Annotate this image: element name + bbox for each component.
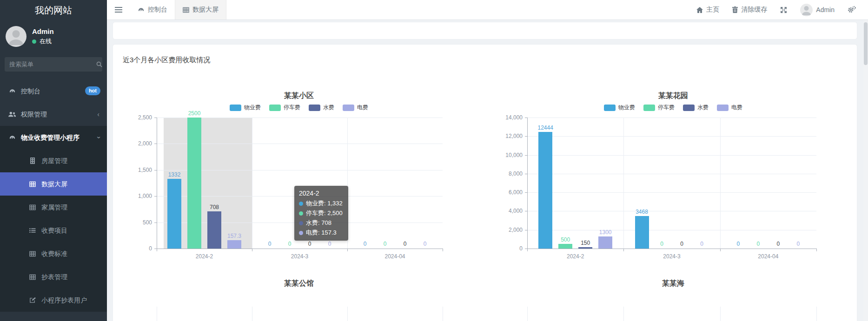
- legend-item-电费[interactable]: 电费: [717, 104, 742, 111]
- user-menu[interactable]: Admin: [794, 0, 841, 20]
- list-icon: [29, 228, 36, 233]
- y-axis-tick: [525, 249, 527, 249]
- gridline-vertical: [527, 307, 528, 321]
- legend-item-电费[interactable]: 电费: [343, 104, 368, 111]
- x-axis-label: 2024-3: [252, 253, 347, 260]
- gridline-vertical: [157, 307, 157, 321]
- sidebar-item-fee-standards[interactable]: 收费标准: [0, 242, 107, 265]
- chevron-down-icon: ‹: [87, 137, 110, 139]
- tooltip-row: 电费: 157.3: [299, 229, 344, 237]
- sidebar-item-label: 房屋管理: [41, 149, 67, 172]
- legend-swatch: [643, 105, 655, 111]
- scrollbar-thumb[interactable]: [864, 22, 868, 65]
- bar-物业费[interactable]: [538, 132, 552, 249]
- y-axis-label: 8,000: [498, 170, 523, 177]
- user-status: 在线: [32, 37, 54, 46]
- bar-value-label: 1300: [590, 229, 620, 236]
- legend-item-物业费[interactable]: 物业费: [604, 104, 635, 111]
- edit-icon: [29, 297, 36, 303]
- sidebar-item-meter-mgmt[interactable]: 抄表管理: [0, 265, 107, 288]
- sidebar-item-family-mgmt[interactable]: 家属管理: [0, 196, 107, 219]
- legend-item-水费[interactable]: 水费: [309, 104, 334, 111]
- gridline: [527, 155, 816, 156]
- clear-cache-button[interactable]: 清除缓存: [726, 0, 774, 20]
- x-axis-label: 2024-04: [347, 253, 443, 260]
- bar-value-label: 12444: [530, 124, 560, 131]
- tooltip-series-dot: [299, 231, 303, 235]
- bar-停车费[interactable]: [187, 118, 201, 249]
- sidebar-item-console[interactable]: 控制台 hot: [0, 79, 107, 103]
- user-label: Admin: [816, 6, 835, 13]
- chart-legend: 物业费停车费水费电费: [113, 104, 485, 111]
- gridline-vertical: [623, 118, 624, 249]
- y-axis-label: 1,000: [128, 193, 152, 199]
- gridline-vertical: [347, 307, 348, 321]
- x-axis-tick: [443, 249, 443, 251]
- legend-swatch: [269, 105, 281, 111]
- x-axis-label: 2024-2: [157, 253, 252, 260]
- fullscreen-button[interactable]: [774, 0, 794, 20]
- sidebar-item-label: 收费标准: [41, 242, 67, 265]
- y-axis-label: 1,500: [128, 167, 152, 173]
- gauge-icon: [8, 88, 16, 95]
- bar-value-label: 708: [199, 204, 229, 210]
- legend-swatch: [230, 105, 241, 111]
- table-icon: [29, 181, 36, 187]
- legend-item-停车费[interactable]: 停车费: [643, 104, 675, 111]
- sidebar-item-data-screen[interactable]: 数据大屏: [0, 172, 107, 196]
- y-axis-tick: [154, 144, 157, 144]
- sidebar-item-label: 家属管理: [41, 196, 67, 219]
- bar-value-label: 150: [570, 240, 600, 246]
- y-axis-label: 12,000: [498, 133, 523, 139]
- gridline: [527, 136, 816, 137]
- gridline-vertical: [443, 307, 443, 321]
- gears-icon: [848, 6, 856, 13]
- sidebar-item-permissions[interactable]: 权限管理 ‹: [0, 103, 107, 126]
- bar-水费[interactable]: [578, 247, 592, 249]
- search-input[interactable]: [5, 61, 96, 68]
- bar-电费[interactable]: [227, 240, 241, 249]
- legend-label: 停车费: [284, 104, 300, 111]
- y-axis-tick: [525, 155, 527, 156]
- table-icon: [29, 204, 36, 210]
- bar-电费[interactable]: [598, 236, 612, 249]
- bar-物业费[interactable]: [167, 179, 181, 249]
- sidebar-item-miniapp-meter-users[interactable]: 小程序抄表用户: [0, 288, 107, 312]
- x-axis-tick: [816, 249, 817, 251]
- sidebar-item-fee-items[interactable]: 收费项目: [0, 219, 107, 242]
- legend-item-停车费[interactable]: 停车费: [269, 104, 300, 111]
- page-scrollbar[interactable]: [863, 20, 868, 321]
- legend-item-水费[interactable]: 水费: [683, 104, 709, 111]
- x-axis-label: 2024-2: [527, 253, 623, 260]
- sidebar-item-label: 控制台: [21, 79, 40, 103]
- tooltip-row: 水费: 708: [299, 219, 344, 227]
- bar-水费[interactable]: [207, 211, 221, 249]
- sidebar-item-house-mgmt[interactable]: 房屋管理: [0, 149, 107, 172]
- y-axis-label: 0: [498, 245, 523, 252]
- treeview-property: 物业收费管理小程序 ‹ 房屋管理 数据大屏 家属管理 收费项目 收费标准: [0, 126, 107, 312]
- gridline-vertical: [252, 118, 252, 249]
- users-icon: [8, 111, 16, 118]
- tab-console[interactable]: 控制台: [130, 0, 175, 20]
- y-axis-line: [527, 118, 528, 249]
- tab-data-screen[interactable]: 数据大屏: [175, 0, 226, 20]
- legend-swatch: [717, 105, 729, 111]
- partial-chart-gongguan: [113, 307, 485, 321]
- legend-swatch: [683, 105, 695, 111]
- bar-value-label: 0: [315, 241, 345, 247]
- avatar: [800, 4, 813, 16]
- sidebar-item-label: 物业收费管理小程序: [21, 126, 80, 149]
- chart-title: 某某小区: [113, 91, 485, 101]
- x-axis-tick: [252, 249, 252, 251]
- home-link[interactable]: 主页: [690, 0, 726, 20]
- sidebar-toggle-icon[interactable]: [107, 0, 130, 20]
- trash-icon: [732, 7, 738, 13]
- y-axis-tick: [154, 196, 157, 197]
- settings-button[interactable]: [841, 0, 862, 20]
- y-axis-tick: [154, 223, 157, 223]
- sidebar-item-property-app[interactable]: 物业收费管理小程序 ‹: [0, 126, 107, 149]
- y-axis-label: 2,500: [128, 114, 152, 121]
- bar-value-label: 157.3: [219, 233, 249, 239]
- search-icon[interactable]: [96, 61, 102, 67]
- legend-item-物业费[interactable]: 物业费: [230, 104, 261, 111]
